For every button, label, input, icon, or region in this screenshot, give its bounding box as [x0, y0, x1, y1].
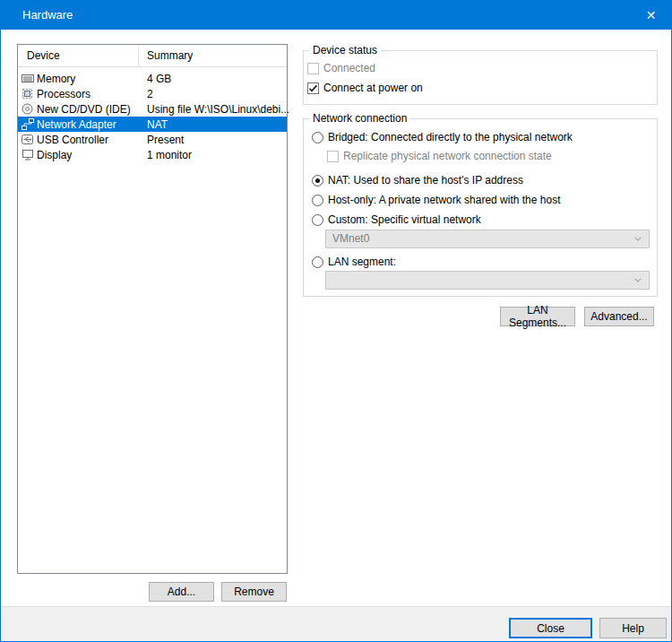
close-button[interactable]: Close [509, 618, 592, 638]
device-summary: 4 GB [147, 73, 171, 85]
checkbox-box [307, 63, 319, 74]
column-header-device: Device [27, 49, 60, 62]
lan-segment-radio[interactable]: LAN segment: [312, 256, 396, 268]
checkbox-box [307, 82, 319, 94]
device-name: New CD/DVD (IDE) [37, 103, 131, 116]
display-icon [21, 149, 34, 160]
device-name: Network Adapter [37, 118, 116, 131]
bridged-radio[interactable]: Bridged: Connected directly to the physi… [312, 131, 573, 143]
radio-label: Custom: Specific virtual network [328, 213, 481, 226]
hardware-dialog: Hardware ✕ Device Summary Memory 4 GB Pr… [0, 0, 672, 642]
lan-segments-button[interactable]: LAN Segments... [500, 307, 575, 326]
device-row-memory[interactable]: Memory 4 GB [18, 71, 287, 86]
dropdown-value: VMnet0 [332, 232, 369, 245]
remove-button[interactable]: Remove [221, 582, 287, 602]
replicate-checkbox[interactable]: Replicate physical network connection st… [327, 150, 552, 162]
device-list-header: Device Summary [18, 45, 287, 67]
add-button[interactable]: Add... [149, 582, 214, 602]
cd-dvd-icon [21, 103, 34, 115]
custom-network-dropdown[interactable]: VMnet0 [325, 230, 650, 248]
network-connection-group: Network connection Bridged: Connected di… [303, 118, 658, 297]
connected-checkbox[interactable]: Connected [307, 62, 375, 74]
usb-icon [21, 134, 34, 145]
dialog-title: Hardware [22, 1, 73, 30]
processor-icon [21, 88, 34, 100]
device-name: Processors [37, 88, 90, 100]
device-summary: Present [147, 134, 184, 146]
radio-label: Bridged: Connected directly to the physi… [328, 131, 573, 143]
column-header-summary: Summary [147, 49, 193, 62]
device-row-cd-dvd[interactable]: New CD/DVD (IDE) Using file W:\ISO\Linux… [18, 101, 287, 117]
radio-label: LAN segment: [328, 256, 396, 268]
device-row-usb-controller[interactable]: USB Controller Present [18, 132, 287, 147]
advanced-button[interactable]: Advanced... [584, 307, 654, 326]
device-name: Display [37, 149, 72, 161]
nat-radio[interactable]: NAT: Used to share the host's IP address [312, 174, 523, 187]
radio-circle [312, 256, 323, 268]
device-name: Memory [37, 73, 75, 85]
checkbox-label: Connected [323, 62, 375, 74]
checkbox-label: Replicate physical network connection st… [343, 150, 552, 162]
connect-at-power-on-checkbox[interactable]: Connect at power on [307, 82, 423, 94]
device-list: Device Summary Memory 4 GB Processors 2 [17, 44, 288, 574]
device-summary: Using file W:\ISO\Linux\debi... [147, 103, 289, 116]
radio-circle [312, 132, 323, 143]
host-only-radio[interactable]: Host-only: A private network shared with… [312, 194, 560, 206]
checkmark-icon [308, 83, 318, 93]
network-adapter-icon [21, 118, 34, 130]
chevron-down-icon [634, 237, 642, 241]
chevron-down-icon [634, 278, 642, 282]
custom-radio[interactable]: Custom: Specific virtual network [312, 213, 481, 226]
device-summary: 1 monitor [147, 149, 192, 161]
close-icon[interactable]: ✕ [631, 1, 671, 30]
device-rows: Memory 4 GB Processors 2 New CD/DVD (IDE… [18, 71, 287, 162]
network-connection-title: Network connection [309, 112, 410, 125]
radio-circle [312, 195, 323, 206]
checkbox-box [327, 151, 339, 162]
lan-segment-dropdown[interactable] [325, 271, 650, 290]
radio-circle [312, 214, 323, 226]
device-summary: NAT [147, 118, 168, 131]
radio-label: Host-only: A private network shared with… [328, 194, 560, 206]
radio-label: NAT: Used to share the host's IP address [328, 174, 523, 187]
device-status-group: Device status Connected Connect at power… [303, 50, 658, 105]
help-button[interactable]: Help [599, 618, 667, 638]
device-summary: 2 [147, 88, 153, 100]
memory-icon [21, 73, 34, 84]
checkbox-label: Connect at power on [323, 82, 423, 94]
radio-circle [312, 175, 323, 187]
column-separator [138, 47, 139, 65]
titlebar: Hardware ✕ [1, 1, 671, 30]
device-name: USB Controller [37, 134, 108, 146]
device-status-title: Device status [309, 44, 381, 56]
device-row-display[interactable]: Display 1 monitor [18, 147, 287, 162]
device-row-network-adapter[interactable]: Network Adapter NAT [18, 117, 287, 132]
device-row-processors[interactable]: Processors 2 [18, 86, 287, 101]
